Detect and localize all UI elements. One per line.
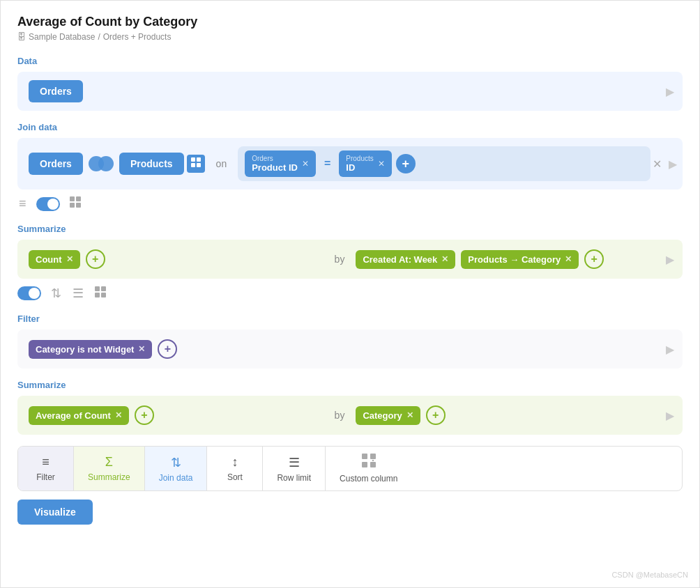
toolbar-filter[interactable]: ≡ Filter [18, 447, 74, 490]
join-products-button[interactable]: Products [119, 153, 184, 175]
summarize1-group2-label: Products → Category [468, 254, 561, 265]
summarize1-grid-icon[interactable] [93, 285, 107, 302]
join-filter-icon[interactable]: ≡ [17, 195, 28, 212]
summarize2-right: Category ✕ + [356, 405, 650, 425]
join-orders-button[interactable]: Orders [29, 153, 83, 175]
join-add-button[interactable]: + [396, 154, 416, 173]
join-condition-box: Orders Product ID ✕ = Products ID ✕ + [238, 146, 650, 181]
join-content: Orders Products [29, 146, 671, 181]
summarize1-group2-close[interactable]: ✕ [565, 254, 572, 264]
summarize2-label: Summarize [17, 380, 683, 390]
data-section: Data Orders ▶ [17, 56, 683, 111]
data-section-arrow[interactable]: ▶ [666, 85, 674, 98]
toolbar-row-limit[interactable]: ☰ Row limit [263, 447, 326, 490]
toolbar-sort-label: Sort [227, 472, 243, 482]
summarize1-left: Count ✕ + [29, 249, 324, 269]
join-products-wrapper: Products [119, 153, 205, 175]
svg-rect-13 [370, 454, 376, 459]
visualize-button[interactable]: Visualize [17, 500, 93, 525]
svg-rect-9 [101, 286, 106, 291]
svg-rect-12 [362, 454, 367, 459]
summarize1-metric-label: Count [36, 254, 62, 265]
breadcrumb-sep: / [98, 32, 100, 42]
svg-rect-7 [76, 203, 81, 208]
summarize1-toggle[interactable] [17, 286, 41, 300]
page-title: Average of Count by Category [17, 15, 683, 29]
db-icon: 🗄 [17, 32, 26, 42]
join-field-right[interactable]: Products ID ✕ [339, 150, 391, 177]
filter-close[interactable]: ✕ [138, 344, 145, 354]
join-equals: = [324, 157, 330, 170]
join-grid-icon[interactable] [68, 195, 82, 212]
toolbar-summarize-icon: Σ [105, 455, 113, 470]
summarize2-add-group[interactable]: + [426, 405, 446, 425]
summarize2-arrow[interactable]: ▶ [666, 409, 674, 422]
summarize2-group1-close[interactable]: ✕ [406, 410, 413, 420]
join-field-right-close[interactable]: ✕ [378, 159, 385, 169]
bottom-toolbar: ≡ Filter Σ Summarize ⇅ Join data ↕ Sort … [17, 446, 683, 491]
join-field-left[interactable]: Orders Product ID ✕ [245, 150, 316, 177]
toolbar-filter-label: Filter [36, 472, 55, 482]
summarize1-metric-tag[interactable]: Count ✕ [29, 250, 80, 269]
join-toggle-icon[interactable] [36, 197, 60, 211]
join-field-left-close[interactable]: ✕ [302, 159, 309, 169]
products-grid-icon[interactable] [187, 155, 205, 173]
toolbar-sort[interactable]: ↕ Sort [207, 447, 263, 490]
filter-section-box: Category is not Widget ✕ + ▶ [17, 330, 683, 369]
filter-section: Filter Category is not Widget ✕ + ▶ [17, 314, 683, 369]
toolbar-custom-column-icon [362, 454, 376, 471]
summarize2-left: Average of Count ✕ + [29, 405, 324, 425]
filter-arrow[interactable]: ▶ [666, 343, 674, 356]
join-tables-left: Orders Products [29, 153, 205, 175]
summarize1-group2-tag[interactable]: Products → Category ✕ [461, 250, 579, 269]
summarize1-metric-close[interactable]: ✕ [66, 254, 73, 264]
summarize2-group1-tag[interactable]: Category ✕ [356, 406, 420, 425]
svg-rect-0 [191, 157, 195, 162]
toolbar-join[interactable]: ⇅ Join data [145, 447, 208, 490]
summarize2-box: Average of Count ✕ + by Category ✕ + ▶ [17, 396, 683, 435]
orders-button[interactable]: Orders [29, 80, 83, 102]
join-section-arrow[interactable]: ▶ [669, 157, 677, 171]
data-section-label: Data [17, 56, 683, 66]
toolbar-sort-icon: ↕ [231, 455, 238, 470]
svg-rect-3 [197, 163, 201, 167]
filter-tag[interactable]: Category is not Widget ✕ [29, 340, 152, 359]
join-section-box: Orders Products [17, 138, 683, 189]
join-icon-row: ≡ [17, 195, 683, 212]
svg-rect-8 [95, 286, 100, 291]
toolbar-custom-column-label: Custom column [340, 474, 397, 483]
summarize1-group1-label: Created At: Week [363, 254, 437, 265]
circle-right [98, 156, 114, 171]
join-field-left-sub: Orders [252, 155, 298, 162]
filter-label: Category is not Widget [36, 344, 134, 355]
summarize2-metric-tag[interactable]: Average of Count ✕ [29, 406, 129, 425]
summarize1-add-group[interactable]: + [584, 249, 604, 269]
svg-rect-4 [70, 196, 75, 201]
summarize1-add-metric[interactable]: + [86, 249, 105, 269]
summarize1-group1-tag[interactable]: Created At: Week ✕ [356, 250, 455, 269]
svg-rect-14 [362, 462, 367, 467]
filter-add-button[interactable]: + [158, 339, 177, 359]
join-close-button[interactable]: ✕ [653, 157, 662, 171]
summarize2-metric-close[interactable]: ✕ [115, 410, 122, 420]
summarize1-section: Summarize Count ✕ + by Created At: Week … [17, 224, 683, 302]
toolbar-summarize[interactable]: Σ Summarize [74, 447, 145, 490]
svg-rect-2 [191, 163, 195, 167]
summarize2-content: Average of Count ✕ + by Category ✕ + [29, 405, 671, 425]
summarize1-by: by [335, 254, 345, 265]
summarize1-group1-close[interactable]: ✕ [441, 254, 448, 264]
summarize1-list-icon[interactable]: ☰ [71, 284, 85, 302]
toolbar-custom-column[interactable]: Custom column [326, 447, 411, 490]
data-section-box: Orders ▶ [17, 72, 683, 111]
summarize2-add-metric[interactable]: + [135, 405, 154, 425]
svg-rect-10 [95, 293, 100, 297]
summarize1-content: Count ✕ + by Created At: Week ✕ Products… [29, 249, 671, 269]
breadcrumb-db: Sample Database [29, 32, 95, 42]
summarize1-arrow[interactable]: ▶ [666, 253, 674, 266]
summarize1-sort-icon[interactable]: ⇅ [50, 284, 63, 302]
svg-rect-15 [370, 462, 376, 467]
toolbar-row-limit-label: Row limit [277, 473, 311, 483]
svg-rect-5 [76, 196, 81, 201]
join-type-toggle[interactable] [89, 156, 114, 171]
summarize2-metric-label: Average of Count [36, 410, 111, 421]
